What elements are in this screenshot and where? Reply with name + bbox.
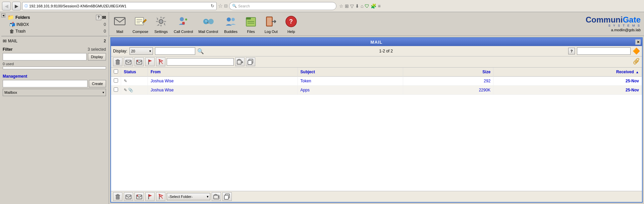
filter-input[interactable] <box>3 53 87 60</box>
mail-label: Mail <box>116 30 123 34</box>
toolbar-files[interactable]: Files <box>244 14 258 34</box>
search-bar[interactable]: 🔍 Search <box>229 2 336 10</box>
forward-button[interactable]: ▶ <box>12 2 21 10</box>
table-row[interactable]: ✎Joshua WiseToken29225-Nov <box>111 77 642 86</box>
bookmark-icon[interactable]: ☆ <box>339 3 343 9</box>
funnel-icon[interactable]: 🔶 <box>633 47 640 55</box>
inbox-item[interactable]: 📬 INBOX 0 <box>8 21 107 28</box>
action-text-input[interactable] <box>167 58 234 66</box>
bottom-unread-button[interactable] <box>135 192 144 201</box>
mail-panel-header: MAIL ✕ <box>111 38 642 46</box>
logout-icon <box>264 15 278 28</box>
row-checkbox[interactable] <box>114 87 118 92</box>
row-from-cell[interactable]: Joshua Wise <box>148 77 298 86</box>
status-icons: ✎📎 <box>124 88 145 92</box>
header-size[interactable]: Size <box>403 68 493 77</box>
flag-button[interactable] <box>145 57 155 66</box>
mailbox-select[interactable]: Mailbox <box>3 89 106 96</box>
reader-icon[interactable]: ⊟ <box>224 3 228 8</box>
extension-icon[interactable]: 🧩 <box>371 3 376 9</box>
copy-to-button[interactable] <box>246 57 255 66</box>
toolbar-call-control[interactable]: Call Control <box>174 14 193 34</box>
mail-count: 2 <box>104 39 106 43</box>
panel-close-button[interactable]: ✕ <box>635 39 641 45</box>
delete-button[interactable] <box>113 57 122 66</box>
download-icon[interactable]: ⬇ <box>355 3 359 9</box>
svg-point-16 <box>227 17 231 22</box>
toolbar-mail[interactable]: Mail <box>112 14 127 34</box>
management-label[interactable]: Management <box>3 74 106 79</box>
bottom-flag-button[interactable] <box>145 192 155 201</box>
table-row[interactable]: ✎📎Joshua WiseApps2290K25-Nov <box>111 86 642 95</box>
pocket-icon[interactable]: ▽ <box>350 3 354 9</box>
svg-marker-53 <box>149 194 152 197</box>
toolbar-buddies[interactable]: Buddies <box>223 14 238 34</box>
sort-arrow: ▲ <box>636 70 639 74</box>
address-bar[interactable]: ⓘ 192.168.101.9:8100/Session/2-KN6m6BGMU… <box>22 2 217 10</box>
svg-point-6 <box>159 19 163 24</box>
bottom-read-button[interactable] <box>124 192 133 201</box>
svg-rect-19 <box>246 17 251 19</box>
library-icon[interactable]: ⊞ <box>345 3 349 9</box>
folder-divider <box>1 36 107 36</box>
back-button[interactable]: ◀ <box>2 2 11 10</box>
bottom-unflag-button[interactable] <box>156 192 165 201</box>
header-from[interactable]: From <box>148 68 298 77</box>
mark-unread-button[interactable] <box>135 57 144 66</box>
collapse-button[interactable]: ◄ <box>1 13 5 17</box>
toolbar-compose[interactable]: Compose <box>132 14 148 34</box>
copy-folder-button[interactable] <box>222 192 232 201</box>
row-subject-cell[interactable]: Apps <box>298 86 403 95</box>
mail-filter-input[interactable] <box>577 47 631 55</box>
menu-icon[interactable]: ≡ <box>378 3 380 9</box>
browser-actions: ☆ ⊞ ▽ ⬇ ⌂ 🛡 🧩 ≡ <box>339 3 381 9</box>
toolbar-settings[interactable]: Settings <box>154 14 168 34</box>
mail-help-button[interactable]: ? <box>568 48 575 54</box>
mark-read-button[interactable] <box>124 57 133 66</box>
buddies-icon <box>224 15 237 28</box>
used-text: 0 used <box>3 62 106 66</box>
select-all-checkbox[interactable] <box>114 69 118 74</box>
files-label: Files <box>247 30 255 34</box>
call-control-icon <box>177 15 190 28</box>
mail-search-icon[interactable]: 🔍 <box>197 48 204 54</box>
move-folder-button[interactable] <box>212 192 221 201</box>
toolbar-logout[interactable]: Log Out <box>264 14 278 34</box>
reload-button[interactable]: ↻ <box>211 3 214 8</box>
browser-chrome: ◀ ▶ ⓘ 192.168.101.9:8100/Session/2-KN6m6… <box>0 0 644 12</box>
display-select[interactable]: 20 <box>129 47 153 55</box>
trash-icon: 🗑 <box>9 29 14 34</box>
filter-input-row: Display <box>3 53 106 60</box>
toolbar-help[interactable]: ? Help <box>284 14 299 34</box>
settings-icon <box>154 15 168 28</box>
row-checkbox[interactable] <box>114 78 118 83</box>
mail-folder-row[interactable]: ✉ MAIL 2 <box>1 38 107 44</box>
row-size-cell: 292 <box>403 77 493 86</box>
folders-help-icon[interactable]: ? <box>96 15 101 20</box>
status-icon: ✎ <box>124 79 127 83</box>
mail-search-input[interactable] <box>155 47 195 55</box>
bottom-flag-icon <box>147 193 153 200</box>
svg-text:🔍: 🔍 <box>205 19 209 24</box>
filter-display-button[interactable]: Display <box>88 53 106 60</box>
create-button[interactable]: Create <box>89 80 106 87</box>
header-subject[interactable]: Subject <box>298 68 403 77</box>
home-icon[interactable]: ⌂ <box>361 3 363 9</box>
bottom-delete-button[interactable] <box>113 192 122 201</box>
header-received[interactable]: Received ▲ <box>493 68 642 77</box>
folders-icon: 📁 <box>7 14 14 21</box>
move-to-button[interactable] <box>235 57 245 66</box>
folders-compose-icon[interactable]: ✉ <box>102 15 106 20</box>
unflag-button[interactable] <box>156 57 165 66</box>
trash-item[interactable]: 🗑 Trash 0 <box>8 28 107 35</box>
folder-select[interactable]: -Select Folder- <box>167 193 210 200</box>
row-from-cell[interactable]: Joshua Wise <box>148 86 298 95</box>
toolbar-mail-control[interactable]: 🔍 Mail Control <box>199 14 218 34</box>
shield-icon[interactable]: 🛡 <box>365 3 369 9</box>
row-subject-cell[interactable]: Token <box>298 77 403 86</box>
attachment-indicator <box>633 58 640 66</box>
bookmark-star-icon[interactable]: ☆ <box>218 3 223 9</box>
header-status[interactable]: Status <box>121 68 148 77</box>
svg-point-17 <box>231 18 235 21</box>
create-input[interactable] <box>3 80 88 87</box>
